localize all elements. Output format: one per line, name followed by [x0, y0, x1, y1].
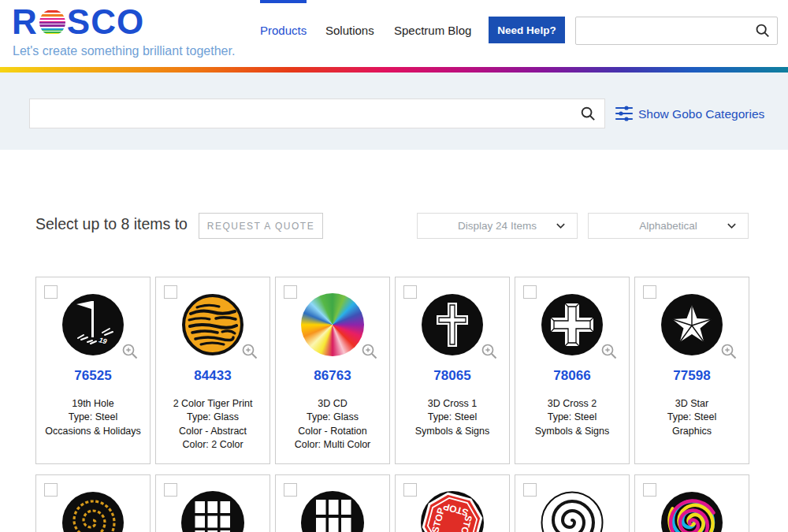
- product-line: 3D Cross 2: [519, 397, 626, 411]
- need-help-button[interactable]: Need Help?: [489, 17, 565, 43]
- product-line: Type: Steel: [519, 411, 626, 424]
- product-line: Symbols & Signs: [399, 425, 506, 438]
- product-line: Color: Multi Color: [279, 438, 386, 452]
- product-checkbox[interactable]: [403, 483, 417, 497]
- product-line: Symbols & Signs: [519, 425, 626, 438]
- product-card: 86763 3D CD Type: Glass Color - Rotation…: [275, 277, 390, 464]
- product-checkbox[interactable]: [284, 483, 297, 497]
- product-description: 3D Cross 2 Type: Steel Symbols & Signs: [515, 397, 629, 438]
- product-card: [35, 474, 151, 532]
- gobo-latin-cross-image[interactable]: [421, 293, 484, 356]
- nav-solutions[interactable]: Solutions: [325, 24, 374, 37]
- header-search-box: [575, 17, 778, 45]
- nav-spectrum-blog[interactable]: Spectrum Blog: [394, 24, 471, 37]
- header-search-input[interactable]: [582, 17, 748, 44]
- product-number-link[interactable]: 78065: [396, 368, 509, 384]
- product-checkbox[interactable]: [403, 285, 417, 299]
- product-card: 84433 2 Color Tiger Print Type: Glass Co…: [155, 277, 270, 464]
- product-card: [515, 474, 630, 532]
- gobo-search-box: [29, 99, 605, 128]
- product-line: Occasions & Holidays: [39, 425, 147, 438]
- product-description: 2 Color Tiger Print Type: Glass Color - …: [156, 397, 269, 452]
- product-line: 3D CD: [279, 397, 386, 411]
- product-card: [155, 474, 270, 532]
- zoom-in-icon[interactable]: [121, 342, 139, 364]
- gobo-gold-spiral-image[interactable]: [61, 491, 125, 532]
- logo-text-suffix: SCO: [67, 5, 144, 39]
- zoom-in-icon[interactable]: [480, 342, 499, 364]
- product-line: Type: Steel: [399, 411, 506, 424]
- zoom-in-icon[interactable]: [719, 342, 738, 364]
- sort-order-dropdown[interactable]: Alphabetical: [588, 213, 749, 239]
- product-line: 19th Hole: [39, 397, 147, 411]
- zoom-in-icon[interactable]: [240, 342, 259, 364]
- sort-order-value: Alphabetical: [639, 220, 697, 232]
- gobo-tiger-print-image[interactable]: [181, 293, 244, 356]
- product-grid: 19 76525 19th Hole Type: Steel Occasions…: [35, 277, 749, 532]
- product-line: Type: Steel: [39, 411, 147, 424]
- product-number-link[interactable]: 76525: [36, 368, 150, 384]
- gobo-cd-rainbow-image[interactable]: [301, 293, 364, 356]
- product-line: 3D Star: [638, 397, 745, 411]
- product-number-link[interactable]: 77598: [635, 368, 749, 384]
- gobo-greek-cross-image[interactable]: [541, 293, 604, 356]
- gobo-window-grid-tall-image[interactable]: [301, 491, 364, 532]
- rainbow-divider-bar: [0, 67, 788, 73]
- nav-products[interactable]: Products: [260, 24, 307, 37]
- gobo-stop-sign-image[interactable]: STOP STOP STOP: [421, 491, 484, 532]
- product-checkbox[interactable]: [643, 285, 656, 299]
- active-tab-indicator: [260, 0, 307, 3]
- product-card: 19 76525 19th Hole Type: Steel Occasions…: [35, 277, 151, 464]
- display-count-value: Display 24 Items: [458, 220, 537, 232]
- product-checkbox[interactable]: [44, 483, 58, 497]
- product-line: 2 Color Tiger Print: [159, 397, 266, 411]
- search-icon[interactable]: [755, 23, 771, 42]
- product-line: Type: Steel: [638, 411, 745, 424]
- gobo-window-grid-image[interactable]: [181, 491, 244, 532]
- gobo-bw-spiral-image[interactable]: [541, 491, 604, 532]
- gobo-star-image[interactable]: [660, 293, 723, 356]
- product-checkbox[interactable]: [523, 285, 537, 299]
- product-description: 3D Cross 1 Type: Steel Symbols & Signs: [396, 397, 509, 438]
- product-description: 3D Star Type: Steel Graphics: [635, 397, 749, 438]
- request-quote-button[interactable]: REQUEST A QUOTE: [199, 213, 323, 239]
- filter-sliders-icon[interactable]: [615, 105, 634, 125]
- product-card: 78065 3D Cross 1 Type: Steel Symbols & S…: [395, 277, 510, 464]
- chevron-down-icon: [727, 221, 737, 233]
- rosco-logo[interactable]: R SCO: [12, 5, 144, 39]
- display-count-dropdown[interactable]: Display 24 Items: [417, 213, 578, 239]
- product-checkbox[interactable]: [44, 285, 58, 299]
- product-checkbox[interactable]: [643, 483, 656, 497]
- zoom-in-icon[interactable]: [600, 342, 619, 364]
- gobo-search-input[interactable]: [38, 99, 574, 128]
- show-gobo-categories-link[interactable]: Show Gobo Categories: [638, 107, 764, 121]
- product-description: 3D CD Type: Glass Color - Rotation Color…: [276, 397, 389, 452]
- product-line: Color - Rotation: [279, 425, 386, 438]
- zoom-in-icon[interactable]: [360, 342, 379, 364]
- gobo-19th-hole-image[interactable]: 19: [61, 293, 125, 356]
- logo-text-prefix: R: [12, 5, 38, 39]
- product-checkbox[interactable]: [523, 483, 537, 497]
- rosco-products-page: R SCO Let's create something brilliant t…: [0, 0, 788, 532]
- product-number-link[interactable]: 78066: [515, 368, 629, 384]
- product-card: 78066 3D Cross 2 Type: Steel Symbols & S…: [515, 277, 630, 464]
- product-card: 77598 3D Star Type: Steel Graphics: [634, 277, 749, 464]
- rainbow-globe-icon: [39, 9, 65, 35]
- product-checkbox[interactable]: [164, 483, 177, 497]
- product-checkbox[interactable]: [284, 285, 297, 299]
- product-line: 3D Cross 1: [399, 397, 506, 411]
- chevron-down-icon: [556, 221, 566, 233]
- product-card: [275, 474, 390, 532]
- product-description: 19th Hole Type: Steel Occasions & Holida…: [36, 397, 150, 438]
- product-line: Type: Glass: [279, 411, 386, 424]
- product-number-link[interactable]: 86763: [276, 368, 389, 384]
- gobo-cmyk-spiral-image[interactable]: [660, 491, 723, 532]
- product-card: [634, 474, 749, 532]
- search-icon[interactable]: [580, 106, 597, 125]
- product-number-link[interactable]: 84433: [156, 368, 269, 384]
- select-items-text: Select up to 8 items to: [35, 215, 188, 233]
- header: R SCO Let's create something brilliant t…: [0, 0, 788, 67]
- product-checkbox[interactable]: [164, 285, 177, 299]
- product-line: Graphics: [638, 425, 745, 438]
- product-card: STOP STOP STOP: [395, 474, 510, 532]
